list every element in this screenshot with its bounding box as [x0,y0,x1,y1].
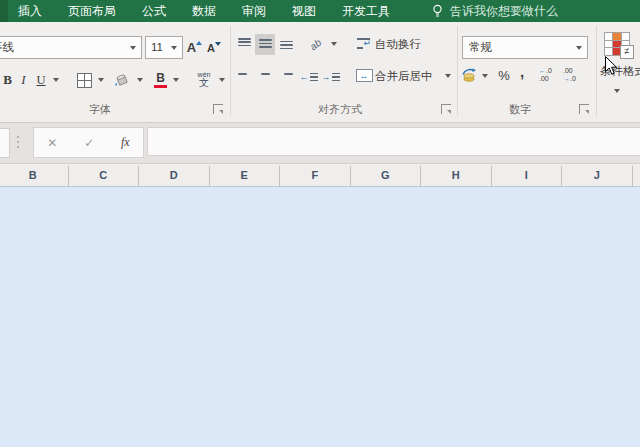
column-header-partial[interactable] [633,166,640,186]
tab-insert[interactable]: 插入 [18,0,42,22]
font-color-button[interactable]: B [152,70,169,90]
align-middle-button[interactable] [255,34,275,55]
align-left-button[interactable] [234,66,254,87]
column-header-h[interactable]: H [421,166,492,186]
alignment-group-label: 对齐方式 [282,102,398,118]
insert-function-button[interactable]: fx [121,135,130,150]
font-name-value: 等线 [0,37,141,58]
conditional-formatting-dropdown [614,89,620,93]
formula-bar-row: ✕ ✓ fx [0,123,640,164]
tab-formulas[interactable]: 公式 [142,0,166,22]
orientation-button[interactable]: ab [303,33,329,55]
font-group-label: 字体 [40,102,160,118]
merge-center-button[interactable]: ↔ [355,68,373,83]
column-header-e[interactable]: E [210,166,281,186]
column-header-g[interactable]: G [351,166,422,186]
underline-button[interactable]: U [33,68,49,92]
orientation-icon: ab [308,36,324,52]
cancel-button[interactable]: ✕ [47,136,57,150]
font-color-indicator [154,85,167,88]
enter-button[interactable]: ✓ [84,136,94,150]
chevron-down-icon [171,46,177,50]
italic-button[interactable]: I [17,68,30,92]
merge-center-icon: ↔ [356,69,373,82]
shrink-font-button[interactable]: A [205,39,222,57]
column-header-d[interactable]: D [139,166,210,186]
worksheet-selected-area[interactable] [0,187,640,447]
tell-me-box[interactable]: 告诉我你想要做什么 [450,0,558,22]
column-header-b[interactable]: B [0,166,69,186]
formula-bar-splitter[interactable] [17,136,19,138]
tab-review[interactable]: 审阅 [242,0,266,22]
chevron-down-icon [576,46,582,50]
column-header-i[interactable]: I [492,166,563,186]
align-top-button[interactable] [234,34,254,55]
ribbon: 等线 11 A A B I U [0,22,640,123]
align-middle-icon [259,38,272,51]
name-box[interactable] [0,128,10,158]
font-name-combobox[interactable]: 等线 [0,36,142,59]
number-group-label: 数字 [470,102,570,118]
comma-style-button[interactable]: , [515,62,529,80]
accounting-format-dropdown[interactable] [482,74,488,78]
accounting-format-button[interactable] [459,66,479,84]
lightbulb-icon [432,4,443,23]
column-header-j[interactable]: J [562,166,633,186]
number-format-value: 常规 [463,37,587,58]
borders-button[interactable] [76,72,93,89]
fill-color-button[interactable] [112,71,132,89]
not-equal-badge: ≠ [620,45,634,59]
align-bottom-icon [280,38,293,51]
phonetic-guide-button[interactable]: wén 文 [192,67,216,91]
percent-style-button[interactable]: % [495,66,513,84]
align-right-button[interactable] [276,66,296,87]
group-separator [457,26,458,116]
font-size-combobox[interactable]: 11 [145,36,183,59]
column-header-f[interactable]: F [280,166,351,186]
alignment-dialog-launcher[interactable] [441,104,451,114]
borders-icon [77,73,92,88]
phonetic-dropdown[interactable] [219,78,225,82]
wrap-text-button[interactable]: ↵ [355,35,372,52]
font-dialog-launcher[interactable] [213,104,223,114]
align-center-button[interactable] [255,66,275,87]
increase-indent-icon: → [322,73,340,82]
arrow-left-icon: ← [539,67,546,74]
ribbon-tab-bar: 插入 页面布局 公式 数据 审阅 视图 开发工具 告诉我你想要做什么 [0,0,640,22]
chevron-down-icon [130,46,136,50]
borders-dropdown[interactable] [98,78,104,82]
grow-font-button[interactable]: A [185,38,203,57]
wrap-text-label[interactable]: 自动换行 [375,37,421,52]
increase-decimal-button[interactable]: ←.0 .00 [539,67,552,83]
decrease-decimal-button[interactable]: .00 →.0 [563,67,576,83]
orientation-dropdown[interactable] [331,42,337,46]
excel-window: 插入 页面布局 公式 数据 审阅 视图 开发工具 告诉我你想要做什么 等线 11 [0,0,640,447]
number-dialog-launcher[interactable] [579,104,589,114]
phonetic-char: 文 [199,78,209,88]
formula-input[interactable] [147,127,640,156]
merge-center-dropdown[interactable] [445,74,451,78]
conditional-formatting-icon: ≠ [604,32,630,56]
tab-data[interactable]: 数据 [192,0,216,22]
group-separator [596,26,597,116]
merge-center-label[interactable]: 合并后居中 [375,69,433,84]
column-header-c[interactable]: C [69,166,140,186]
align-left-icon [238,70,251,83]
font-color-dropdown[interactable] [173,78,179,82]
number-format-combobox[interactable]: 常规 [462,36,588,59]
column-header-row: B C D E F G H I J [0,166,640,187]
align-right-icon [280,70,293,83]
fill-color-dropdown[interactable] [137,78,143,82]
bold-button[interactable]: B [0,68,15,92]
underline-dropdown[interactable] [53,78,59,82]
decrease-indent-button[interactable]: ← [299,68,318,86]
align-bottom-button[interactable] [276,34,296,55]
tab-page-layout[interactable]: 页面布局 [68,0,116,22]
decrease-decimal-bottom: .0 [570,75,576,82]
increase-decimal-top: .0 [546,67,552,74]
align-top-icon [238,38,251,51]
tabbar-left-edge [0,0,8,22]
tab-developer[interactable]: 开发工具 [342,0,390,22]
increase-indent-button[interactable]: → [321,68,340,86]
tab-view[interactable]: 视图 [292,0,316,22]
